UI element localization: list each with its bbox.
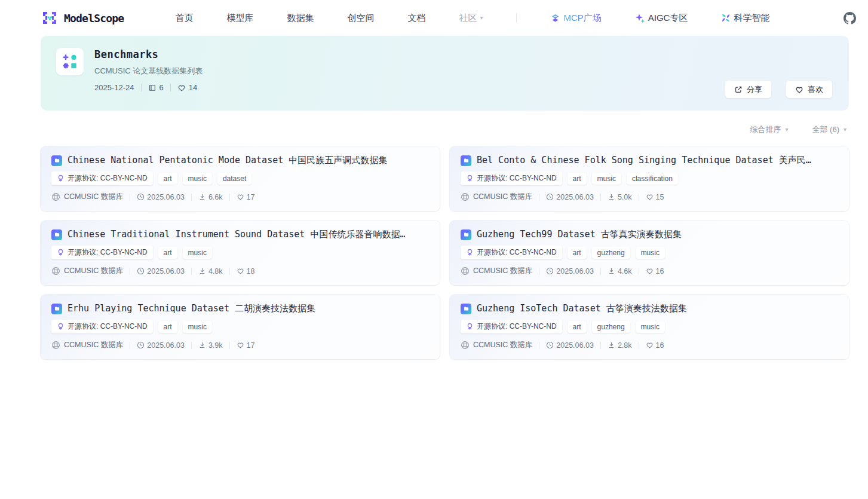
globe-avatar-icon: [461, 267, 470, 275]
dataset-title[interactable]: Bel Conto & Chinese Folk Song Singing Te…: [477, 155, 811, 166]
tag-art[interactable]: art: [158, 247, 177, 259]
dataset-title[interactable]: Erhu Playing Technique Dataset 二胡演奏技法数据集: [68, 303, 315, 314]
pinwheel-icon: [721, 13, 731, 23]
tag-music[interactable]: music: [636, 321, 665, 333]
dataset-card[interactable]: Bel Conto & Chinese Folk Song Singing Te…: [450, 146, 849, 211]
card-meta-row: CCMUSIC 数据库 2025.06.03 4.6k: [461, 266, 838, 276]
org-link[interactable]: CCMUSIC 数据库: [461, 266, 532, 276]
sort-dropdown[interactable]: 综合排序 ▾: [750, 124, 788, 135]
org-link[interactable]: CCMUSIC 数据库: [51, 340, 123, 350]
dataset-card[interactable]: Guzheng Tech99 Dataset 古筝真实演奏数据集 开源协议: C…: [450, 221, 849, 285]
tag-row: 开源协议: CC-BY-NC-ND artmusicclassification: [461, 172, 838, 185]
dataset-card[interactable]: Guzheng IsoTech Dataset 古筝演奏技法数据集 开源协议: …: [450, 295, 849, 359]
globe-avatar-icon: [461, 192, 470, 201]
nav-item-docs[interactable]: 文档: [407, 13, 425, 24]
license-tag[interactable]: 开源协议: CC-BY-NC-ND: [51, 172, 153, 185]
banner-like-count: 14: [177, 83, 197, 92]
dataset-card[interactable]: Chinese Traditional Instrument Sound Dat…: [41, 221, 440, 285]
dataset-title[interactable]: Guzheng IsoTech Dataset 古筝演奏技法数据集: [477, 303, 687, 314]
date-stat: 2025.06.03: [137, 193, 185, 201]
divider: [539, 268, 539, 275]
tag-music[interactable]: music: [636, 247, 665, 259]
globe-avatar-icon: [51, 267, 60, 275]
nav-item-datasets[interactable]: 数据集: [287, 13, 314, 24]
download-icon: [608, 193, 615, 201]
dataset-icon: [461, 229, 471, 240]
likes-stat: 15: [646, 193, 664, 201]
nav-item-science[interactable]: 科学智能: [721, 13, 769, 24]
tag-art[interactable]: art: [568, 321, 587, 333]
tag-art[interactable]: art: [158, 173, 177, 185]
org-link[interactable]: CCMUSIC 数据库: [51, 192, 123, 202]
tag-music[interactable]: music: [183, 247, 212, 259]
license-tag[interactable]: 开源协议: CC-BY-NC-ND: [461, 172, 562, 185]
dataset-card[interactable]: Chinese National Pentatonic Mode Dataset…: [41, 146, 440, 211]
medal-icon: [466, 323, 474, 330]
downloads-stat: 4.6k: [608, 267, 632, 275]
org-link[interactable]: CCMUSIC 数据库: [461, 340, 532, 350]
clock-icon: [137, 193, 145, 201]
card-title-row: Erhu Playing Technique Dataset 二胡演奏技法数据集: [51, 303, 429, 314]
dataset-title[interactable]: Chinese Traditional Instrument Sound Dat…: [68, 229, 405, 240]
share-button[interactable]: 分享: [725, 81, 771, 98]
tag-classification[interactable]: classification: [627, 173, 678, 185]
org-link[interactable]: CCMUSIC 数据库: [461, 192, 532, 202]
dataset-icon: [461, 304, 471, 314]
tag-art[interactable]: art: [158, 321, 177, 333]
top-navbar: ModelScope 首页 模型库 数据集 创空间 文档 社区 ▾ M: [0, 0, 868, 36]
globe-avatar-icon: [461, 341, 470, 350]
likes-stat: 18: [237, 267, 255, 275]
modelscope-logo[interactable]: ModelScope: [41, 11, 124, 25]
license-tag[interactable]: 开源协议: CC-BY-NC-ND: [51, 320, 153, 333]
github-icon[interactable]: [844, 12, 856, 25]
scope-dropdown[interactable]: 全部 (6) ▾: [812, 124, 846, 135]
globe-avatar-icon: [51, 341, 60, 350]
tag-music[interactable]: music: [183, 321, 212, 333]
divider: [229, 342, 230, 349]
tag-row: 开源协议: CC-BY-NC-ND artguzhengmusic: [461, 246, 838, 259]
like-button[interactable]: 喜欢: [786, 81, 832, 98]
divider: [229, 194, 230, 201]
nav-item-home[interactable]: 首页: [175, 13, 193, 24]
nav-menu: 首页 模型库 数据集 创空间 文档 社区 ▾ MCP广场: [175, 13, 769, 24]
nav-item-models[interactable]: 模型库: [226, 13, 253, 24]
heart-icon: [646, 341, 654, 349]
filter-bar: 综合排序 ▾ 全部 (6) ▾: [41, 124, 846, 135]
divider: [191, 194, 192, 201]
license-tag[interactable]: 开源协议: CC-BY-NC-ND: [461, 320, 562, 333]
divider: [600, 268, 601, 275]
tag-art[interactable]: art: [568, 247, 587, 259]
mcp-icon: [550, 13, 560, 23]
download-icon: [198, 341, 206, 349]
dataset-title[interactable]: Guzheng Tech99 Dataset 古筝真实演奏数据集: [477, 229, 682, 240]
divider: [539, 194, 539, 201]
card-title-row: Chinese Traditional Instrument Sound Dat…: [51, 229, 429, 240]
divider: [191, 268, 192, 275]
license-tag[interactable]: 开源协议: CC-BY-NC-ND: [51, 246, 153, 259]
nav-item-mcp[interactable]: MCP广场: [550, 13, 601, 24]
tag-music[interactable]: music: [592, 173, 621, 185]
dataset-title[interactable]: Chinese National Pentatonic Mode Dataset…: [68, 155, 387, 166]
nav-item-studios[interactable]: 创空间: [347, 13, 374, 24]
clock-icon: [137, 341, 145, 349]
license-tag[interactable]: 开源协议: CC-BY-NC-ND: [461, 246, 562, 259]
card-meta-row: CCMUSIC 数据库 2025.06.03 2.8k: [461, 340, 838, 350]
heart-icon: [237, 267, 244, 275]
card-meta-row: CCMUSIC 数据库 2025.06.03 3.9k: [51, 340, 429, 350]
tag-guzheng[interactable]: guzheng: [592, 247, 630, 259]
tag-art[interactable]: art: [568, 173, 587, 185]
divider: [600, 194, 601, 201]
tag-row: 开源协议: CC-BY-NC-ND artmusicdataset: [51, 172, 429, 185]
divider: [229, 268, 230, 275]
dataset-card[interactable]: Erhu Playing Technique Dataset 二胡演奏技法数据集…: [41, 295, 440, 359]
tag-dataset[interactable]: dataset: [217, 173, 251, 185]
org-link[interactable]: CCMUSIC 数据库: [51, 266, 123, 276]
tag-guzheng[interactable]: guzheng: [592, 321, 630, 333]
chevron-down-icon: ▾: [844, 127, 846, 133]
tag-music[interactable]: music: [183, 173, 212, 185]
divider: [130, 194, 130, 201]
dataset-count: 6: [148, 83, 164, 92]
nav-item-aigc[interactable]: AIGC专区: [635, 13, 688, 24]
nav-item-community[interactable]: 社区 ▾: [459, 13, 483, 24]
chevron-down-icon: ▾: [785, 127, 788, 133]
